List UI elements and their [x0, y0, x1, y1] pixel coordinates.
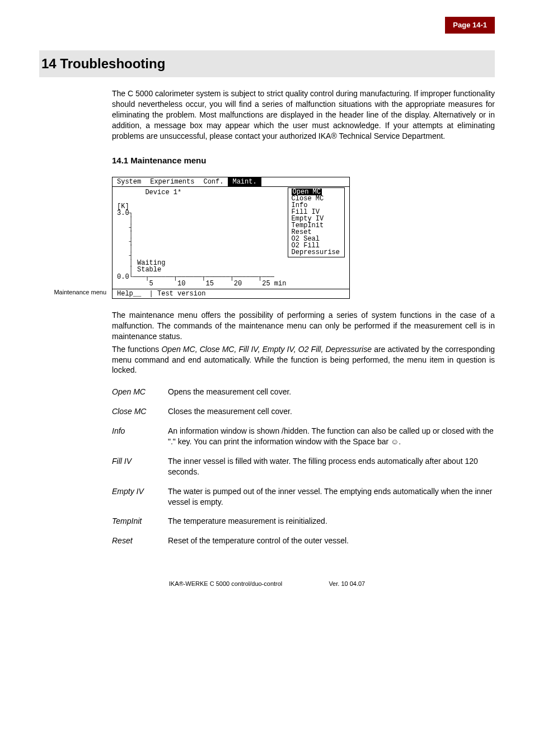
menu-system[interactable]: System: [113, 177, 146, 186]
page-footer: IKA®-WERKE C 5000 control/duo-control Ve…: [39, 580, 495, 588]
def-desc: The inner vessel is filled with water. T…: [168, 456, 495, 477]
dropdown-item-tempinit[interactable]: TempInit: [292, 222, 340, 229]
def-desc: The water is pumped out of the inner ves…: [168, 486, 495, 508]
figure-caption: Maintenance menu: [39, 288, 112, 299]
maint-dropdown: Open MC Close MC Info Fill IV Empty IV T…: [288, 187, 345, 257]
dropdown-item-open-mc[interactable]: Open MC: [292, 189, 322, 195]
menubar: System Experiments Conf. Maint.: [113, 177, 349, 187]
dropdown-item-depressurise[interactable]: Depressurise: [292, 249, 340, 256]
dropdown-item-info[interactable]: Info: [292, 202, 340, 209]
def-row: ResetReset of the temperature control of…: [112, 536, 495, 546]
def-row: Fill IVThe inner vessel is filled with w…: [112, 456, 495, 477]
def-term: Close MC: [112, 406, 168, 417]
menu-experiments[interactable]: Experiments: [146, 177, 199, 186]
footer-left: IKA®-WERKE C 5000 control/duo-control: [169, 580, 283, 587]
def-term: TempInit: [112, 516, 168, 527]
body-paragraph-1: The maintenance menu offers the possibil…: [112, 310, 495, 342]
dropdown-item-o2-fill[interactable]: O2 Fill: [292, 242, 340, 249]
def-desc: Closes the measurement cell cover.: [168, 406, 495, 417]
dropdown-item-fill-iv[interactable]: Fill IV: [292, 209, 340, 215]
intro-paragraph: The C 5000 calorimeter system is subject…: [112, 88, 495, 141]
def-desc: An information window is shown /hidden. …: [168, 426, 495, 447]
dropdown-item-empty-iv[interactable]: Empty IV: [292, 215, 340, 222]
body-paragraph-2: The functions Open MC, Close MC, Fill IV…: [112, 344, 495, 376]
def-row: TempInitThe temperature measurement is r…: [112, 516, 495, 527]
def-term: Empty IV: [112, 486, 168, 508]
def-row: Open MCOpens the measurement cell cover.: [112, 387, 495, 397]
definition-list: Open MCOpens the measurement cell cover.…: [112, 387, 495, 546]
def-term: Fill IV: [112, 456, 168, 477]
menu-maint[interactable]: Maint.: [228, 177, 261, 186]
menu-conf[interactable]: Conf.: [199, 177, 228, 186]
def-term: Reset: [112, 536, 168, 546]
def-desc: Opens the measurement cell cover.: [168, 387, 495, 397]
def-desc: The temperature measurement is reinitial…: [168, 516, 495, 527]
def-term: Open MC: [112, 387, 168, 397]
def-row: Close MCCloses the measurement cell cove…: [112, 406, 495, 417]
statusbar: Help__ | Test version: [113, 289, 349, 298]
dropdown-item-o2-seal[interactable]: O2 Seal: [292, 236, 340, 242]
chapter-heading: 14 Troubleshooting: [39, 50, 495, 77]
para2-em: Open MC, Close MC, Fill IV, Empty IV, O2…: [161, 345, 372, 354]
section-heading: 14.1 Maintenance menu: [112, 155, 495, 166]
def-row: Empty IVThe water is pumped out of the i…: [112, 486, 495, 508]
device-screenshot: System Experiments Conf. Maint. Open MC …: [112, 177, 350, 299]
def-desc: Reset of the temperature control of the …: [168, 536, 495, 546]
dropdown-item-close-mc[interactable]: Close MC: [292, 195, 340, 202]
dropdown-item-reset[interactable]: Reset: [292, 229, 340, 236]
para2-pre: The functions: [112, 345, 161, 354]
page-number-tag: Page 14-1: [445, 17, 495, 34]
footer-right: Ver. 10 04.07: [329, 580, 365, 587]
def-term: Info: [112, 426, 168, 447]
def-row: InfoAn information window is shown /hidd…: [112, 426, 495, 447]
